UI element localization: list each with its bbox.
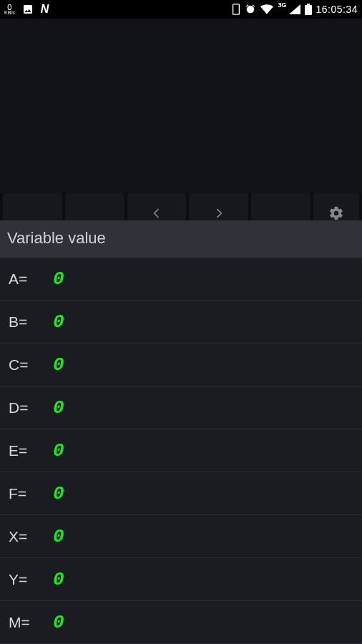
- variable-name: A=: [9, 270, 49, 288]
- status-bar: 0 KB/s N 3G 16:05:34: [0, 0, 362, 19]
- variable-value: 0: [53, 569, 64, 590]
- variable-row[interactable]: E= 0: [0, 429, 362, 472]
- network-speed-indicator: 0 KB/s: [4, 4, 15, 14]
- variable-value: 0: [53, 311, 64, 333]
- portrait-lock-icon: [232, 4, 240, 15]
- wifi-icon: [260, 4, 273, 14]
- variable-name: M=: [9, 614, 49, 631]
- alarm-icon: [245, 4, 256, 15]
- variable-name: E=: [9, 442, 49, 459]
- calculator-display: [0, 19, 362, 193]
- variable-value: 0: [53, 483, 64, 504]
- variable-value: 0: [53, 268, 64, 290]
- variable-row[interactable]: D= 0: [0, 386, 362, 429]
- variable-value: 0: [53, 612, 64, 633]
- kbps-label: KB/s: [4, 11, 15, 15]
- variable-name: B=: [9, 313, 49, 331]
- variable-name: X=: [9, 528, 49, 545]
- variable-row[interactable]: B= 0: [0, 301, 362, 343]
- cell-signal-icon: [289, 4, 300, 14]
- variable-name: D=: [9, 399, 49, 416]
- variable-value: 0: [53, 354, 64, 376]
- network-type-label: 3G: [278, 1, 286, 9]
- picture-icon: [22, 4, 34, 15]
- variable-row[interactable]: F= 0: [0, 472, 362, 515]
- status-right: 3G 16:05:34: [232, 4, 358, 15]
- variable-panel: Variable value A= 0 B= 0 C= 0 D= 0 E= 0 …: [0, 220, 362, 644]
- clock: 16:05:34: [316, 4, 358, 15]
- svg-rect-0: [233, 4, 240, 14]
- variable-name: F=: [9, 485, 49, 502]
- variable-row[interactable]: X= 0: [0, 515, 362, 558]
- variable-name: Y=: [9, 571, 49, 588]
- variable-value: 0: [53, 397, 64, 419]
- variable-row[interactable]: C= 0: [0, 343, 362, 386]
- status-left: 0 KB/s N: [4, 3, 49, 16]
- variable-value: 0: [53, 526, 64, 547]
- variable-name: C=: [9, 356, 49, 374]
- variable-value: 0: [53, 440, 64, 462]
- variable-row[interactable]: M= 0: [0, 601, 362, 644]
- variable-list: A= 0 B= 0 C= 0 D= 0 E= 0 F= 0 X= 0 Y= 0: [0, 258, 362, 644]
- variable-row[interactable]: A= 0: [0, 258, 362, 301]
- n-icon: N: [41, 3, 49, 16]
- battery-icon: [305, 4, 312, 15]
- panel-title: Variable value: [0, 220, 362, 258]
- variable-row[interactable]: Y= 0: [0, 558, 362, 601]
